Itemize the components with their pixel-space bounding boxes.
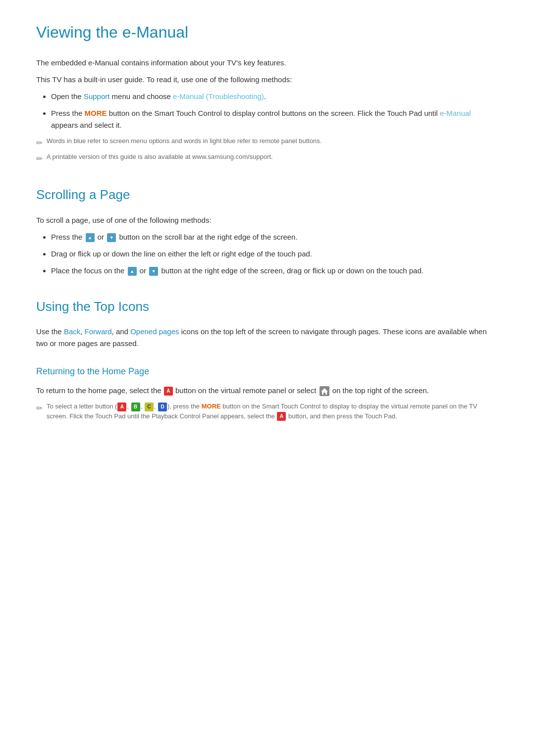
home-note-more: MORE [202,403,221,410]
home-note-pre: To select a letter button ( [47,403,117,410]
top-icons-comma1: , [80,327,84,336]
home-page-section-title: Returning to the Home Page [36,364,499,379]
scroll-b3-pre: Place the focus on the [51,266,127,275]
bullet1-pre: Open the [51,92,84,101]
btn-a-note-2: A [277,412,286,421]
arrow-up-btn-2: ▲ [128,267,137,276]
more-button-label: MORE [85,109,107,117]
home-note-sep1: , [127,403,130,410]
scroll-b3-or: or [138,266,149,275]
page-title: Viewing the e-Manual [36,20,499,45]
support-link: Support [84,92,110,101]
scroll-b1-or: or [96,233,107,241]
scroll-bullet-2: Drag or flick up or down the line on eit… [51,248,499,260]
pencil-icon-2: ✏ [36,153,43,165]
intro-paragraph-2: This TV has a built-in user guide. To re… [36,74,499,86]
note-1: ✏ Words in blue refer to screen menu opt… [36,136,499,149]
top-icons-pre: Use the [36,327,64,336]
arrow-down-btn-2: ▼ [149,267,158,276]
note-2-text: A printable version of this guide is als… [47,152,273,162]
home-note-sep2: , [141,403,144,410]
scrolling-section-title: Scrolling a Page [36,185,499,205]
note-2: ✏ A printable version of this guide is a… [36,152,499,165]
home-page-paragraph: To return to the home page, select the A… [36,385,499,397]
bullet2-end: appears and select it. [51,121,122,129]
home-icon [320,386,329,396]
intro-paragraph-1: The embedded e-Manual contains informati… [36,57,499,69]
home-note: ✏ To select a letter button (A, B, C, D)… [36,402,499,421]
home-mid: button on the virtual remote panel or se… [173,386,319,395]
home-pre: To return to the home page, select the [36,386,163,395]
scroll-bullet-1: Press the ▲ or ▼ button on the scroll ba… [51,231,499,243]
emanual-troubleshooting-link: e-Manual (Troubleshooting) [173,92,264,101]
scroll-b1-pre: Press the [51,233,85,241]
btn-c-note: C [145,403,154,411]
a-button-inline: A [164,387,173,396]
back-link: Back [64,327,80,336]
note-1-text: Words in blue refer to screen menu optio… [47,136,321,146]
intro-bullet-list: Open the Support menu and choose e-Manua… [51,91,499,131]
emanual-link: e-Manual [440,109,471,117]
home-note-final: button, and then press the Touch Pad. [286,412,397,420]
scroll-b1-end: button on the scroll bar at the right ed… [117,233,297,241]
btn-b-note: B [131,403,140,411]
top-icons-comma2: , and [112,327,131,336]
scroll-bullet-3: Place the focus on the ▲ or ▼ button at … [51,265,499,277]
bullet2-mid: button on the Smart Touch Control to dis… [107,109,440,117]
pencil-icon-3: ✏ [36,403,43,414]
pencil-icon-1: ✏ [36,137,43,149]
home-note-mid: ), press the [167,403,202,410]
forward-link: Forward [85,327,112,336]
opened-pages-link: Opened pages [130,327,179,336]
bullet2-pre: Press the [51,109,85,117]
scrolling-intro: To scroll a page, use of one of the foll… [36,214,499,226]
scrolling-bullet-list: Press the ▲ or ▼ button on the scroll ba… [51,231,499,277]
home-note-text: To select a letter button (A, B, C, D), … [47,402,499,421]
bullet1-end: . [264,92,266,101]
btn-d-note: D [158,403,167,411]
btn-a-note: A [117,403,126,411]
intro-bullet-1: Open the Support menu and choose e-Manua… [51,91,499,102]
top-icons-section-title: Using the Top Icons [36,297,499,317]
arrow-down-btn: ▼ [107,233,116,242]
arrow-up-btn: ▲ [86,233,95,242]
top-icons-paragraph: Use the Back, Forward, and Opened pages … [36,326,499,350]
intro-bullet-2: Press the MORE button on the Smart Touch… [51,107,499,131]
home-note-sep3: , [154,403,158,410]
home-end: on the top right of the screen. [332,386,429,395]
bullet1-mid: menu and choose [109,92,173,101]
scroll-b3-end: button at the right edge of the screen, … [159,266,424,275]
